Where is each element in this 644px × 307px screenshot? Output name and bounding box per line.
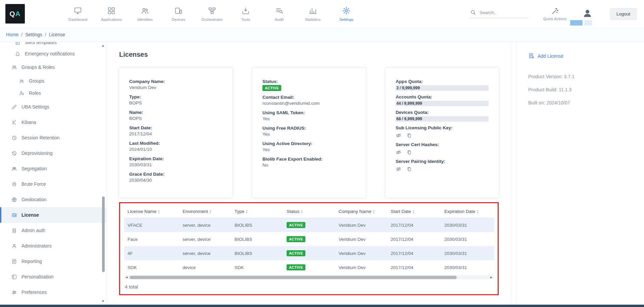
magic-wand-icon — [551, 7, 559, 15]
nav-item-label: Statistics — [305, 17, 320, 21]
cell: 2030/03/31 — [441, 218, 494, 232]
search-box[interactable] — [470, 9, 528, 18]
field-expiration-date: Expiration Date: 2030/03/31 — [129, 156, 222, 168]
sidebar-item-groups[interactable]: Groups — [0, 75, 107, 87]
scroll-up-arrow-icon[interactable]: ▲ — [101, 44, 105, 47]
column-header-environment[interactable]: Environment▴▾ — [179, 205, 231, 218]
cell: 4F — [124, 246, 179, 260]
bottom-scrollbar[interactable] — [0, 305, 644, 307]
app-logo[interactable]: QA — [5, 4, 25, 24]
search-input[interactable] — [480, 10, 523, 15]
settings-sidebar: SMS templates Emergency notifications Gr… — [0, 42, 107, 307]
column-header-expiration-date[interactable]: Expiration Date▴▾ — [441, 205, 494, 218]
nav-item-audit[interactable]: Audit — [262, 6, 296, 21]
globe-icon — [11, 197, 17, 203]
sidebar-menu: SMS templates Emergency notifications Gr… — [0, 42, 107, 307]
copy-icon[interactable] — [406, 149, 412, 155]
field-start-date: Start Date: 2017/12/04 — [129, 125, 222, 137]
nav-item-dashboard[interactable]: Dashboard — [61, 6, 95, 21]
table-scrollbar-thumb[interactable] — [130, 276, 457, 279]
sidebar-item-roles[interactable]: Roles — [0, 87, 107, 99]
sidebar-item-admin-auth[interactable]: Admin auth — [0, 223, 107, 238]
sidebar-item-label: Groups — [29, 78, 44, 84]
column-header-company-name[interactable]: Company Name▴▾ — [335, 205, 387, 218]
sidebar-item-reporting[interactable]: Reporting — [0, 254, 107, 269]
copy-icon[interactable] — [406, 166, 412, 172]
sidebar-item-uba-settings[interactable]: UBA Settings — [0, 99, 107, 115]
nav-item-statistics[interactable]: Statistics — [296, 6, 330, 21]
product-build: Product Build: 11.1.3 — [528, 87, 637, 92]
sidebar-scrollbar-thumb[interactable] — [102, 196, 105, 272]
field-value: 2030/04/30 — [129, 177, 222, 183]
table-horizontal-scrollbar[interactable]: ◀ ▶ — [124, 275, 494, 279]
field-value: BOPS — [129, 116, 222, 122]
sidebar-item-personalisation[interactable]: Personalisation — [0, 269, 107, 284]
status-badge: ACTIVE — [287, 264, 305, 270]
cell-status: ACTIVE — [283, 246, 335, 260]
eye-off-icon[interactable] — [396, 133, 401, 138]
quota-devices-quota: Devices Quota: 68 / 9,999,999 — [396, 109, 489, 122]
field-label: Type: — [129, 94, 222, 100]
field-grace-end-date: Grace End Date: 2030/04/30 — [129, 171, 222, 183]
sidebar-item-preferences[interactable]: Preferences — [0, 284, 107, 300]
field-label: Name: — [129, 109, 222, 116]
column-header-type[interactable]: Type▴▾ — [231, 205, 283, 218]
cell: Veridium Dev — [335, 232, 387, 246]
nav-item-applications[interactable]: Applications — [95, 6, 128, 21]
sidebar-scrollbar[interactable]: ▲ ▼ — [101, 42, 105, 307]
sidebar-item-geolocation[interactable]: Geolocation — [0, 192, 107, 207]
breadcrumb-item-settings[interactable]: Settings — [25, 32, 42, 37]
table-row-sdk[interactable]: SDKdeviceSDKACTIVEVeridium Dev2017/12/04… — [124, 260, 494, 274]
table-row-4f[interactable]: 4Fserver, deviceBIOLIBSACTIVEVeridium De… — [124, 246, 494, 260]
nav-item-tools[interactable]: Tools — [229, 6, 262, 21]
eye-off-icon[interactable] — [396, 149, 401, 155]
sidebar-item-sms-templates[interactable]: SMS templates — [0, 42, 107, 48]
table-row-face[interactable]: Faceserver, deviceBIOLIBSACTIVEVeridium … — [124, 232, 494, 246]
nav-item-identities[interactable]: Identities — [128, 6, 162, 21]
sidebar-item-administrators[interactable]: Administrators — [0, 238, 107, 254]
gear-icon — [342, 6, 351, 15]
quick-actions-button[interactable]: Quick Actions — [543, 7, 567, 21]
breadcrumb-item-license: License — [49, 32, 65, 37]
sidebar-item-segregation[interactable]: Segregation — [0, 161, 107, 176]
cell-status: ACTIVE — [283, 232, 335, 246]
logout-button[interactable]: Logout — [610, 8, 637, 20]
nav-item-settings[interactable]: Settings — [330, 6, 363, 21]
sidebar-item-groups-roles[interactable]: Groups & Roles — [0, 59, 107, 75]
eye-off-icon[interactable] — [396, 166, 401, 172]
sidebar-item-brute-force[interactable]: Brute Force — [0, 176, 107, 192]
indicator-blue[interactable] — [570, 20, 583, 26]
preferences-icon — [11, 290, 17, 295]
copy-icon[interactable] — [406, 133, 412, 138]
license-quota-card: Apps Quota: 3 / 9,999,999 Accounts Quota… — [386, 68, 499, 198]
table-row-vface[interactable]: VFACEserver, deviceBIOLIBSACTIVEVeridium… — [124, 218, 494, 232]
sidebar-item-kibana[interactable]: Kibana — [0, 115, 107, 130]
nav-item-orchestrator[interactable]: Orchestrator — [195, 6, 229, 21]
sidebar-item-deprovisioning[interactable]: Deprovisioning — [0, 145, 107, 161]
sidebar-item-emergency-notifications[interactable]: Emergency notifications — [0, 48, 107, 59]
breadcrumb-item-home[interactable]: Home — [6, 32, 18, 37]
nav-item-devices[interactable]: Devices — [162, 6, 195, 21]
sidebar-item-label: Kibana — [21, 120, 36, 125]
field-value: BOPS — [129, 100, 222, 106]
sidebar-item-license[interactable]: License — [0, 207, 107, 223]
column-header-status[interactable]: Status▴▾ — [283, 205, 335, 218]
user-avatar[interactable] — [582, 8, 593, 20]
field-label: Company Name: — [129, 79, 222, 85]
add-license-button[interactable]: Add License — [528, 53, 637, 59]
indicator-light[interactable] — [584, 20, 592, 26]
nav-item-label: Dashboard — [68, 17, 87, 21]
cell: Face — [124, 232, 179, 246]
cell: 2030/03/31 — [441, 260, 494, 274]
column-header-start-date[interactable]: Start Date▴▾ — [387, 205, 441, 218]
scroll-down-arrow-icon[interactable]: ▼ — [101, 300, 105, 303]
column-header-license-name[interactable]: License Name▴▾ — [124, 205, 179, 218]
cell-status: ACTIVE — [283, 218, 335, 232]
built-on: Built on: 2024/10/07 — [528, 100, 637, 105]
nav-item-label: Applications — [101, 17, 122, 21]
scroll-left-arrow-icon[interactable]: ◀ — [124, 276, 129, 279]
field-value: Yes — [262, 131, 355, 137]
sidebar-item-session-retention[interactable]: Session Retention — [0, 130, 107, 145]
sidebar-item-label: Personalisation — [21, 274, 54, 279]
scroll-right-arrow-icon[interactable]: ▶ — [489, 276, 494, 279]
